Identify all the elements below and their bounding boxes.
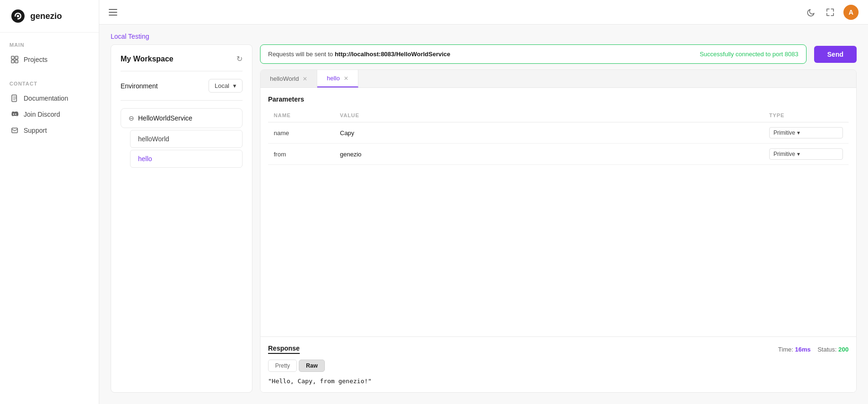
fullscreen-icon[interactable]	[825, 7, 836, 18]
content-area: My Workspace ↻ Environment Local ▾ ⊖ Hel…	[99, 44, 868, 404]
response-meta: Time: 16ms Status: 200	[778, 346, 849, 353]
sidebar-item-join-discord-label: Join Discord	[24, 111, 60, 118]
param-value-input-0[interactable]	[340, 129, 758, 137]
url-prefix: Requests will be sent to http://localhos…	[268, 51, 451, 58]
tab-hello-close[interactable]: ✕	[344, 76, 348, 81]
svg-rect-3	[11, 60, 14, 63]
chevron-down-icon: ▾	[797, 129, 800, 136]
response-section: Response Time: 16ms Status: 200 Pretty	[260, 336, 856, 392]
discord-icon	[10, 110, 19, 119]
param-type-cell-0: Primitive ▾	[764, 122, 849, 144]
hamburger-menu[interactable]	[109, 9, 117, 16]
environment-select[interactable]: Local ▾	[208, 79, 243, 93]
url-bar: Requests will be sent to http://localhos…	[260, 44, 807, 64]
testing-panel: Requests will be sent to http://localhos…	[260, 44, 857, 393]
sidebar-item-projects[interactable]: Projects	[6, 52, 93, 68]
svg-rect-6	[12, 128, 17, 133]
url-row: Requests will be sent to http://localhos…	[260, 44, 857, 64]
format-raw-button[interactable]: Raw	[299, 360, 325, 372]
workspace-title: My Workspace	[121, 55, 174, 63]
sidebar-item-projects-label: Projects	[24, 56, 48, 63]
refresh-icon[interactable]: ↻	[236, 54, 243, 63]
tab-helloworld-label: helloWorld	[270, 75, 299, 82]
params-table: NAME VALUE TYPE name	[268, 109, 849, 165]
sidebar-item-documentation[interactable]: Documentation	[6, 90, 93, 106]
environment-value: Local	[215, 82, 229, 89]
service-node: ⊖ HelloWorldService	[121, 108, 243, 128]
sidebar-item-documentation-label: Documentation	[24, 95, 68, 102]
status-label: Status:	[817, 346, 836, 353]
workspace-panel: My Workspace ↻ Environment Local ▾ ⊖ Hel…	[111, 44, 252, 393]
table-row: name Primitive ▾	[268, 122, 849, 144]
col-header-type: TYPE	[764, 109, 849, 122]
response-body: "Hello, Capy, from genezio!"	[268, 378, 849, 385]
url-value: http://localhost:8083/HelloWorldService	[335, 51, 451, 58]
sidebar-main-section: MAIN Projects	[0, 33, 99, 71]
response-format-buttons: Pretty Raw	[268, 360, 849, 372]
method-helloworld[interactable]: helloWorld	[130, 130, 243, 148]
sidebar-item-support[interactable]: Support	[6, 122, 93, 138]
send-button[interactable]: Send	[814, 46, 857, 63]
sidebar-contact-label: CONTACT	[6, 81, 93, 90]
col-header-value: VALUE	[334, 109, 764, 122]
svg-rect-1	[11, 56, 14, 59]
sidebar-item-support-label: Support	[24, 127, 47, 134]
logo-text: genezio	[30, 11, 62, 21]
table-row: from Primitive ▾	[268, 144, 849, 165]
param-value-0	[334, 122, 764, 144]
tab-hello-label: hello	[327, 75, 339, 82]
chevron-down-icon: ▾	[233, 82, 236, 89]
col-header-name: NAME	[268, 109, 334, 122]
breadcrumb-bar: Local Testing	[99, 25, 868, 44]
topbar-left	[109, 9, 117, 16]
connected-status: Successfully connected to port 8083	[700, 51, 799, 58]
time-value: 16ms	[795, 346, 811, 353]
param-type-select-0[interactable]: Primitive ▾	[769, 127, 843, 138]
genezio-logo-icon	[9, 8, 26, 25]
breadcrumb: Local Testing	[111, 33, 149, 40]
service-tree: ⊖ HelloWorldService helloWorld hello	[121, 108, 243, 168]
environment-row: Environment Local ▾	[121, 79, 243, 101]
sidebar-contact-section: CONTACT Documentation Join Discord	[0, 71, 99, 142]
support-icon	[10, 126, 19, 135]
logo: genezio	[0, 0, 99, 33]
svg-rect-4	[15, 60, 18, 63]
format-pretty-button[interactable]: Pretty	[268, 360, 297, 372]
param-name-1: from	[268, 144, 334, 165]
svg-rect-2	[15, 56, 18, 59]
page-body: Local Testing My Workspace ↻ Environment…	[99, 25, 868, 404]
main-content: A Local Testing My Workspace ↻ Environme…	[99, 0, 868, 404]
response-header: Response Time: 16ms Status: 200	[268, 344, 849, 354]
sidebar: genezio MAIN Projects CONTACT	[0, 0, 99, 404]
sidebar-main-label: MAIN	[6, 42, 93, 52]
method-hello[interactable]: hello	[130, 150, 243, 168]
params-title: Parameters	[268, 95, 849, 103]
param-type-select-1[interactable]: Primitive ▾	[769, 148, 843, 160]
user-avatar[interactable]: A	[843, 5, 859, 20]
param-value-input-1[interactable]	[340, 151, 758, 158]
doc-icon	[10, 94, 19, 103]
environment-label: Environment	[121, 82, 158, 90]
param-value-1	[334, 144, 764, 165]
service-name: HelloWorldService	[138, 114, 192, 122]
tab-helloworld[interactable]: helloWorld ✕	[260, 70, 317, 87]
param-type-value-1: Primitive	[773, 151, 795, 157]
sidebar-item-join-discord[interactable]: Join Discord	[6, 106, 93, 122]
tab-container: helloWorld ✕ hello ✕ Parameters	[260, 69, 857, 393]
grid-icon	[10, 55, 19, 64]
params-section: Parameters NAME VALUE TYPE	[260, 88, 856, 336]
status-value: 200	[838, 346, 849, 353]
topbar-right: A	[806, 5, 859, 20]
moon-icon[interactable]	[806, 7, 817, 18]
svg-point-0	[17, 15, 19, 17]
response-title: Response	[268, 344, 300, 354]
param-type-cell-1: Primitive ▾	[764, 144, 849, 165]
tab-hello[interactable]: hello ✕	[317, 70, 358, 87]
workspace-header: My Workspace ↻	[121, 54, 243, 71]
tabs-bar: helloWorld ✕ hello ✕	[260, 70, 856, 88]
time-label: Time:	[778, 346, 793, 353]
minus-circle-icon: ⊖	[129, 114, 134, 122]
tab-helloworld-close[interactable]: ✕	[303, 76, 307, 82]
param-type-value-0: Primitive	[773, 129, 795, 136]
param-name-0: name	[268, 122, 334, 144]
